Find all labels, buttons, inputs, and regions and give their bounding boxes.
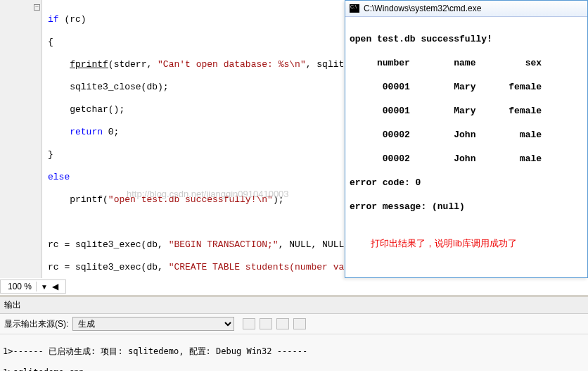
output-source-select[interactable]: 生成 [72,317,234,331]
cmd-line: 00002 John male 16 [350,153,583,165]
output-body[interactable]: 1>------ 已启动生成: 项目: sqlitedemo, 配置: Debu… [0,334,588,371]
toolbar-icon[interactable] [260,318,272,329]
cmd-title-text: C:\Windows\system32\cmd.exe [364,4,481,13]
output-source-label: 显示输出来源(S): [4,318,68,330]
cmd-line: open test.db successfully! [350,33,583,45]
output-line: 1>------ 已启动生成: 项目: sqlitedemo, 配置: Debu… [3,346,585,357]
toolbar-icon[interactable] [243,318,255,329]
output-line: 1>sqlitedemo.cpp [3,367,585,371]
output-toolbar: 显示输出来源(S): 生成 [0,314,588,334]
cmd-titlebar[interactable]: C:\Windows\system32\cmd.exe [345,1,587,17]
dropdown-icon[interactable]: ▼ [41,283,48,291]
fn-fprintf: fprintf [70,59,108,70]
cmd-line: error message: (null) [350,201,583,213]
cmd-line: 00001 Mary female 15 [350,105,583,117]
zoom-control[interactable]: 100 % ▼ ◀ [0,279,66,294]
toolbar-icon[interactable] [293,318,306,329]
gutter: − [0,0,42,278]
cmd-icon [350,4,359,13]
separator [36,282,37,291]
cmd-line: error code: 0 [350,177,583,189]
output-panel: 输出 显示输出来源(S): 生成 1>------ 已启动生成: 项目: sql… [0,295,588,371]
cmd-line: number name sex age [350,57,583,69]
annotation-text: 打印出结果了，说明lib库调用成功了 [350,237,583,249]
cmd-window: C:\Windows\system32\cmd.exe open test.db… [345,0,588,278]
zoom-value: 100 % [8,282,32,291]
kw-if: if [48,14,59,25]
cmd-line: 00001 Mary female 15 [350,81,583,93]
nav-left-icon[interactable]: ◀ [52,282,58,291]
cmd-body[interactable]: open test.db successfully! number name s… [345,17,587,277]
output-title: 输出 [0,297,588,314]
cmd-line: 00002 John male 16 [350,129,583,141]
toolbar-icon[interactable] [276,318,289,329]
fold-icon[interactable]: − [34,4,40,11]
